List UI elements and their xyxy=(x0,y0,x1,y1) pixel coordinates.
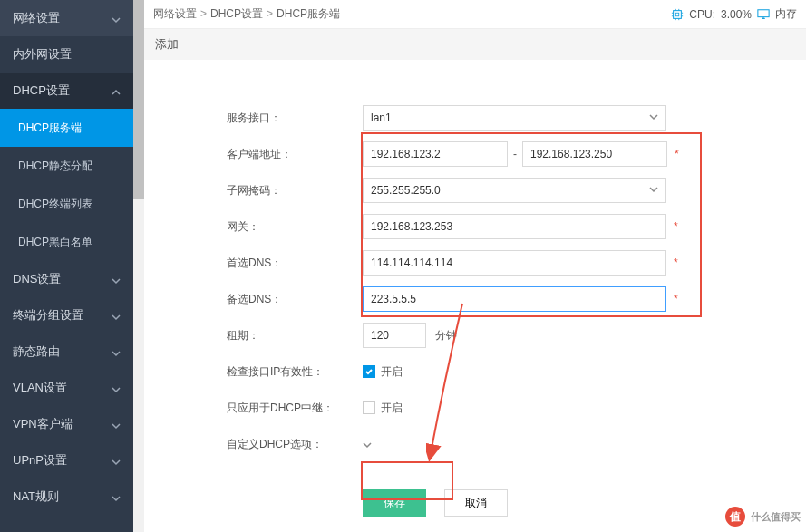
sidebar-item-dns[interactable]: DNS设置 xyxy=(0,261,133,297)
checkbox-check[interactable] xyxy=(363,365,375,378)
sidebar-item-dhcp[interactable]: DHCP设置 xyxy=(0,73,133,109)
mem-label: 内存 xyxy=(775,6,797,22)
cancel-button[interactable]: 取消 xyxy=(444,489,508,517)
sidebar-item-nat[interactable]: NAT规则 xyxy=(0,479,133,515)
sidebar-item-label: VLAN设置 xyxy=(13,380,67,396)
sidebar-item-vlan[interactable]: VLAN设置 xyxy=(0,370,133,406)
chevron-down-icon xyxy=(112,456,121,465)
input-client-start[interactable] xyxy=(363,141,508,167)
row-client: 客户端地址： - * xyxy=(227,136,679,172)
sidebar-item-route[interactable]: 静态路由 xyxy=(0,334,133,370)
breadcrumb: 网络设置>DHCP设置>DHCP服务端 xyxy=(153,6,340,22)
subhead-title: 添加 xyxy=(155,36,179,53)
select-iface[interactable]: lan1 xyxy=(363,105,666,131)
chevron-down-icon xyxy=(112,420,121,429)
chevron-down-icon xyxy=(112,492,121,501)
sidebar-sub-dhcp-static[interactable]: DHCP静态分配 xyxy=(0,147,133,185)
select-mask[interactable]: 255.255.255.0 xyxy=(363,178,666,203)
sidebar-item-label: VPN客户端 xyxy=(13,416,73,432)
cpu-label: CPU: xyxy=(689,8,715,21)
sidebar-item-label: UPnP设置 xyxy=(13,452,67,469)
row-dns1: 首选DNS： * xyxy=(227,245,679,281)
chevron-down-icon xyxy=(112,275,121,284)
sidebar-item-groups[interactable]: 终端分组设置 xyxy=(0,297,133,334)
chevron-up-icon xyxy=(112,86,121,95)
sidebar-item-label: 静态路由 xyxy=(13,343,60,360)
chevron-down-icon[interactable] xyxy=(363,440,372,449)
label-lease: 租期： xyxy=(227,328,363,343)
chevron-down-icon xyxy=(112,311,121,320)
chevron-down-icon xyxy=(112,383,121,392)
sidebar-sub-dhcp-clients[interactable]: DHCP终端列表 xyxy=(0,185,133,223)
chevron-down-icon xyxy=(112,347,121,356)
label-mask: 子网掩码： xyxy=(227,183,363,198)
sidebar-item-label: DHCP设置 xyxy=(13,82,70,99)
sidebar-item-label: 网络设置 xyxy=(13,10,60,26)
label-iface: 服务接口： xyxy=(227,111,363,126)
scrollbar-thumb[interactable] xyxy=(133,0,144,199)
sidebar-item-upnp[interactable]: UPnP设置 xyxy=(0,442,133,479)
form: 服务接口： lan1 客户端地址： - * 子网掩码： 255.255.255.… xyxy=(227,100,679,517)
sidebar: 网络设置 内外网设置 DHCP设置 DHCP服务端 DHCP静态分配 DHCP终… xyxy=(0,0,133,532)
required-mark: * xyxy=(675,148,679,160)
breadcrumb-sep: > xyxy=(200,7,207,20)
input-dns2[interactable] xyxy=(363,286,666,312)
input-lease[interactable] xyxy=(363,323,426,348)
breadcrumb-part[interactable]: 网络设置 xyxy=(153,7,197,20)
sidebar-item-vpn[interactable]: VPN客户端 xyxy=(0,406,133,442)
monitor-icon xyxy=(757,8,770,21)
row-lease: 租期： 分钟 xyxy=(227,317,679,353)
chevron-down-icon xyxy=(112,14,121,23)
watermark-icon: 值 xyxy=(725,507,745,527)
subhead: 添加 xyxy=(144,29,806,60)
scrollbar[interactable] xyxy=(133,0,144,532)
lease-unit: 分钟 xyxy=(435,328,457,343)
required-mark: * xyxy=(674,256,678,269)
breadcrumb-part: DHCP服务端 xyxy=(277,7,340,20)
checkbox-relay[interactable] xyxy=(363,401,375,414)
label-dns2: 备选DNS： xyxy=(227,292,363,307)
sidebar-item-label: NAT规则 xyxy=(13,488,59,505)
chevron-down-icon xyxy=(649,111,658,124)
topbar: 网络设置>DHCP设置>DHCP服务端 CPU:3.00% 内存 xyxy=(144,0,806,29)
sidebar-item-label: 终端分组设置 xyxy=(13,307,83,324)
breadcrumb-sep: > xyxy=(267,7,273,20)
cpu-icon xyxy=(671,8,684,21)
svg-rect-0 xyxy=(674,10,682,18)
row-custom: 自定义DHCP选项： xyxy=(227,426,679,462)
cpu-value: 3.00% xyxy=(721,8,752,21)
chevron-down-icon xyxy=(649,184,658,197)
sidebar-item-label: 内外网设置 xyxy=(13,46,72,63)
button-row: 保存 取消 xyxy=(363,489,679,517)
label-client: 客户端地址： xyxy=(227,147,363,162)
sidebar-sub-label: DHCP服务端 xyxy=(18,121,82,136)
required-mark: * xyxy=(674,293,678,305)
label-relay: 只应用于DHCP中继： xyxy=(227,401,363,416)
sidebar-sub-dhcp-server[interactable]: DHCP服务端 xyxy=(0,109,133,147)
sidebar-item-network[interactable]: 网络设置 xyxy=(0,0,133,36)
row-mask: 子网掩码： 255.255.255.0 xyxy=(227,172,679,208)
row-check: 检查接口IP有效性： 开启 xyxy=(227,353,679,390)
checkbox-text: 开启 xyxy=(381,401,403,416)
sidebar-sub-dhcp-bwlist[interactable]: DHCP黑白名单 xyxy=(0,223,133,261)
breadcrumb-part[interactable]: DHCP设置 xyxy=(210,7,263,20)
sidebar-item-label: DNS设置 xyxy=(13,271,61,287)
checkbox-text: 开启 xyxy=(381,364,403,380)
watermark-text: 什么值得买 xyxy=(751,510,801,524)
label-gw: 网关： xyxy=(227,219,363,235)
sidebar-item-lanwan[interactable]: 内外网设置 xyxy=(0,36,133,73)
svg-rect-1 xyxy=(676,13,680,16)
input-client-end[interactable] xyxy=(522,141,667,167)
sidebar-sub-label: DHCP黑白名单 xyxy=(18,235,92,250)
select-value: 255.255.255.0 xyxy=(371,184,441,197)
input-gw[interactable] xyxy=(363,214,666,239)
row-dns2: 备选DNS： * xyxy=(227,281,679,317)
sidebar-sub-label: DHCP静态分配 xyxy=(18,159,92,174)
sysinfo: CPU:3.00% 内存 xyxy=(671,6,797,22)
label-dns1: 首选DNS： xyxy=(227,256,363,271)
save-button[interactable]: 保存 xyxy=(363,489,426,517)
label-custom: 自定义DHCP选项： xyxy=(227,437,363,452)
watermark: 值 什么值得买 xyxy=(725,507,801,527)
input-dns1[interactable] xyxy=(363,250,666,276)
row-iface: 服务接口： lan1 xyxy=(227,100,679,136)
